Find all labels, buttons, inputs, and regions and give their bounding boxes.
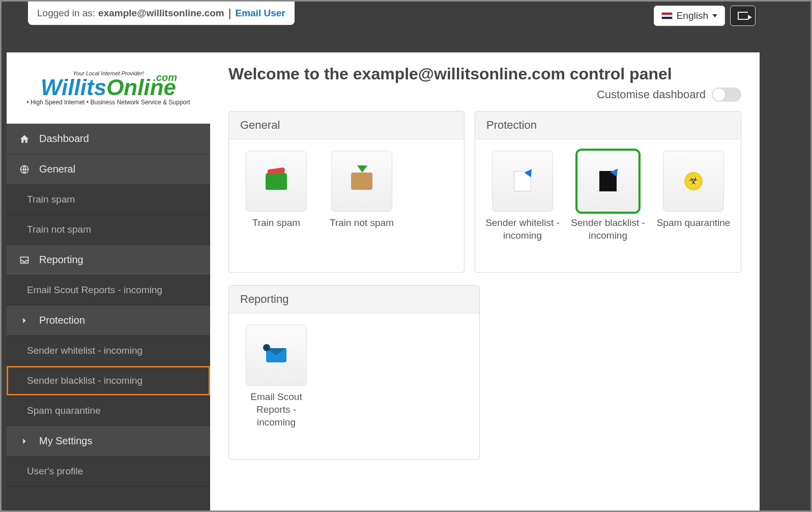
tile-spam-quarantine: Spam quarantine <box>655 151 732 242</box>
email-user-link[interactable]: Email User <box>235 8 285 19</box>
main-content: Welcome to the example@willitsonline.com… <box>210 52 760 510</box>
tile-label: Spam quarantine <box>657 217 731 230</box>
sidebar-item-general[interactable]: General <box>7 154 210 185</box>
login-panel: Logged in as: example@willitsonline.com … <box>28 2 295 25</box>
panel-header: Reporting <box>229 286 479 314</box>
mail-report-icon <box>266 348 286 362</box>
biohazard-icon <box>684 172 703 190</box>
language-selector[interactable]: English <box>654 6 725 26</box>
tile-button-sender-whitelist[interactable] <box>492 151 553 212</box>
tile-train-spam: Train spam <box>238 151 314 230</box>
tile-sender-whitelist: Sender whitelist - incoming <box>484 151 561 242</box>
tile-button-train-not-spam[interactable] <box>331 151 392 212</box>
panel-header: Protection <box>475 111 741 139</box>
tile-button-email-scout[interactable] <box>246 325 307 386</box>
chevron-right-icon <box>19 436 30 447</box>
sidebar-item-label: My Settings <box>39 435 92 447</box>
sidebar-item-dashboard[interactable]: Dashboard <box>7 124 210 154</box>
tile-button-sender-blacklist[interactable] <box>577 151 639 212</box>
sidebar-sub-email-scout[interactable]: Email Scout Reports - incoming <box>7 275 210 305</box>
sidebar-sub-spam-quarantine[interactable]: Spam quarantine <box>7 396 210 426</box>
recycle-bin-icon <box>266 173 287 190</box>
tile-sender-blacklist: Sender blacklist - incoming <box>570 151 646 242</box>
login-email: example@willitsonline.com <box>98 8 224 19</box>
box-download-icon <box>351 173 372 190</box>
topbar: Logged in as: example@willitsonline.com … <box>7 2 760 37</box>
panel-reporting: Reporting Email Scout Reports - incoming <box>228 285 480 460</box>
home-icon <box>19 133 30 145</box>
logo-main: WillitsOnline .com <box>41 76 176 99</box>
sidebar-item-label: Protection <box>39 315 85 326</box>
tile-train-not-spam: Train not spam <box>324 151 400 230</box>
logo-sub: • High Speed Internet • Business Network… <box>26 99 190 106</box>
panel-header: General <box>229 111 464 139</box>
sidebar-item-label: Reporting <box>39 254 83 266</box>
tile-label: Sender blacklist - incoming <box>570 217 646 242</box>
tile-email-scout: Email Scout Reports - incoming <box>238 325 314 429</box>
tile-button-train-spam[interactable] <box>246 151 307 212</box>
sidebar-item-protection[interactable]: Protection <box>7 305 210 336</box>
logout-icon <box>738 12 748 20</box>
sidebar-item-label: Dashboard <box>39 133 89 145</box>
panel-general: General Train spam Train not spam <box>228 111 465 273</box>
login-prefix: Logged in as: <box>37 8 95 19</box>
logo: Your Local Internet Provider! WillitsOnl… <box>7 52 210 124</box>
logout-button[interactable] <box>730 6 756 26</box>
page-title: Welcome to the example@willitsonline.com… <box>228 65 741 83</box>
separator: | <box>228 7 231 20</box>
tile-label: Sender whitelist - incoming <box>484 217 561 242</box>
panel-protection: Protection Sender whitelist - incoming S… <box>475 111 741 273</box>
chevron-right-icon <box>19 315 30 326</box>
sidebar-sub-sender-blacklist[interactable]: Sender blacklist - incoming <box>7 366 210 396</box>
sidebar-item-reporting[interactable]: Reporting <box>7 245 210 275</box>
customise-row: Customise dashboard <box>228 88 741 102</box>
tile-button-spam-quarantine[interactable] <box>663 151 724 212</box>
sidebar-item-label: General <box>39 163 75 175</box>
customise-label: Customise dashboard <box>597 88 706 101</box>
document-black-icon <box>599 171 617 191</box>
sidebar-sub-sender-whitelist[interactable]: Sender whitelist - incoming <box>7 336 210 366</box>
sidebar: Your Local Internet Provider! WillitsOnl… <box>7 52 210 510</box>
inbox-icon <box>19 254 30 266</box>
globe-icon <box>19 164 30 175</box>
customise-toggle[interactable] <box>712 88 741 102</box>
document-white-icon <box>514 171 531 191</box>
caret-down-icon <box>712 14 717 17</box>
sidebar-sub-train-not-spam[interactable]: Train not spam <box>7 215 210 245</box>
tile-label: Train spam <box>252 217 300 230</box>
tile-label: Train not spam <box>330 217 394 230</box>
language-label: English <box>677 10 708 21</box>
flag-uk-icon <box>661 12 673 19</box>
tile-label: Email Scout Reports - incoming <box>238 391 314 429</box>
sidebar-sub-users-profile[interactable]: User's profile <box>7 457 210 487</box>
sidebar-sub-train-spam[interactable]: Train spam <box>7 185 210 215</box>
sidebar-item-my-settings[interactable]: My Settings <box>7 426 210 457</box>
